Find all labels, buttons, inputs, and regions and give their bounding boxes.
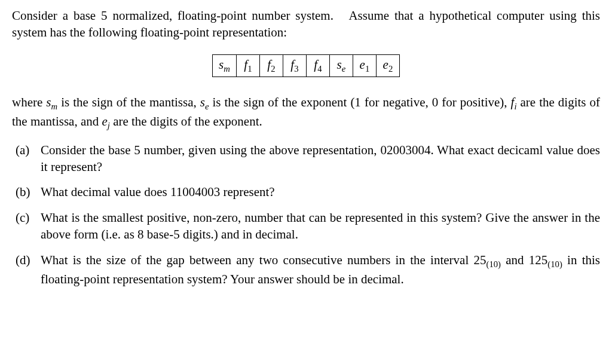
cell-var: e bbox=[383, 57, 388, 72]
item-d-label: (d) bbox=[12, 252, 41, 287]
cell-e1: e1 bbox=[353, 55, 377, 77]
cell-sub: m bbox=[224, 64, 230, 74]
cell-sub: 3 bbox=[294, 64, 298, 74]
item-a-label: (a) bbox=[12, 142, 41, 176]
where-text: is the sign of the mantissa, bbox=[57, 95, 200, 109]
cell-sub: 2 bbox=[388, 64, 393, 74]
item-d-t1: What is the size of the gap between any … bbox=[41, 253, 486, 267]
intro-paragraph: Consider a base 5 normalized, floating-p… bbox=[12, 7, 600, 41]
cell-f3: f3 bbox=[283, 55, 307, 77]
item-d-sub2: (10) bbox=[547, 259, 562, 269]
cell-sm: sm bbox=[213, 55, 237, 77]
item-d-sub1: (10) bbox=[486, 259, 500, 269]
var-se: s bbox=[200, 95, 205, 109]
item-d: (d) What is the size of the gap between … bbox=[12, 252, 600, 287]
cell-e2: e2 bbox=[377, 55, 399, 77]
item-b-text: What decimal value does 11004003 represe… bbox=[41, 183, 600, 200]
item-a: (a) Consider the base 5 number, given us… bbox=[12, 142, 600, 176]
item-a-text: Consider the base 5 number, given using … bbox=[41, 142, 600, 176]
item-c: (c) What is the smallest positive, non-z… bbox=[12, 209, 600, 243]
item-c-text: What is the smallest positive, non-zero,… bbox=[41, 209, 600, 243]
item-b: (b) What decimal value does 11004003 rep… bbox=[12, 183, 600, 200]
var-ej: e bbox=[102, 114, 107, 129]
fp-table: sm f1 f2 f3 f4 se e1 e2 bbox=[212, 54, 400, 77]
cell-f4: f4 bbox=[307, 55, 330, 77]
cell-var: s bbox=[337, 57, 342, 72]
intro-sentence-1: Consider a base 5 normalized, floating-p… bbox=[12, 8, 333, 23]
cell-sub: 4 bbox=[317, 64, 322, 74]
var-sm: s bbox=[46, 95, 51, 109]
cell-sub: 2 bbox=[271, 64, 275, 74]
fp-representation-row: sm f1 f2 f3 f4 se e1 e2 bbox=[12, 54, 600, 77]
cell-sub: 1 bbox=[247, 64, 252, 74]
cell-var: e bbox=[360, 57, 365, 72]
cell-f2: f2 bbox=[260, 55, 283, 77]
item-d-text: What is the size of the gap between any … bbox=[41, 252, 600, 287]
where-text: are the digits of the exponent. bbox=[110, 114, 262, 129]
cell-se: se bbox=[330, 55, 353, 77]
cell-f1: f1 bbox=[237, 55, 260, 77]
item-b-label: (b) bbox=[12, 183, 41, 200]
where-text: where bbox=[12, 95, 46, 109]
question-list: (a) Consider the base 5 number, given us… bbox=[12, 142, 600, 287]
cell-sub: e bbox=[342, 64, 346, 74]
sub-m: m bbox=[51, 102, 58, 111]
cell-sub: 1 bbox=[365, 64, 369, 74]
where-paragraph: where sm is the sign of the mantissa, se… bbox=[12, 94, 600, 132]
where-text: is the sign of the exponent (1 for negat… bbox=[209, 95, 511, 109]
item-c-label: (c) bbox=[12, 209, 41, 243]
item-d-t2: and 125 bbox=[501, 253, 547, 267]
